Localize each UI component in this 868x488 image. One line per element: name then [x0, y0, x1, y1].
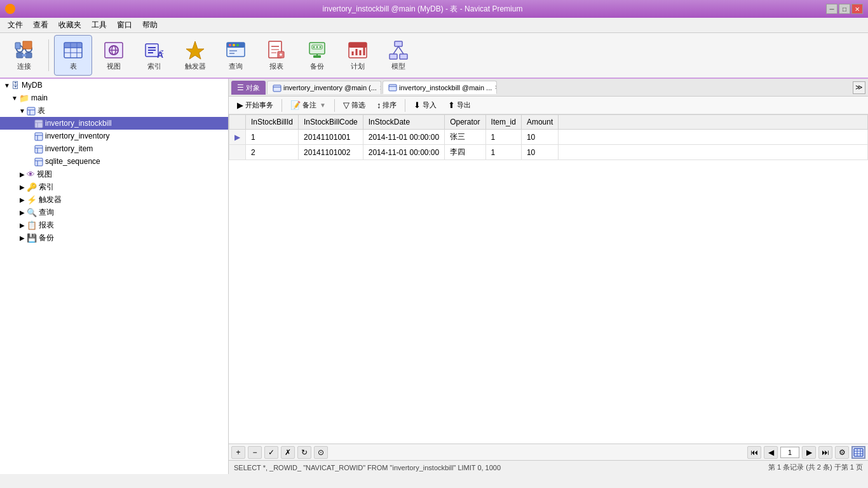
cell-id-2[interactable]: 2 — [246, 145, 299, 160]
sidebar-item-view-group[interactable]: ▶ 👁 视图 — [0, 168, 228, 180]
menu-favorites[interactable]: 收藏夹 — [53, 18, 86, 32]
sidebar-item-label: invertory_item — [45, 144, 93, 153]
notes-button[interactable]: 📝 备注 ▼ — [286, 98, 330, 112]
sidebar-item-instockbill[interactable]: invertory_instockbill — [0, 117, 228, 130]
maximize-button[interactable]: □ — [839, 4, 850, 14]
cell-amount-1[interactable]: 10 — [521, 130, 558, 145]
sidebar-sqlite-label: sqlite_sequence — [45, 157, 100, 166]
table-button[interactable]: 表 — [54, 35, 92, 76]
sidebar-item-mydb[interactable]: ▼ 🗄 MyDB — [0, 79, 228, 92]
svg-rect-76 — [854, 449, 863, 456]
sidebar-backup-label: 备份 — [39, 233, 54, 243]
cell-empty-2 — [559, 145, 868, 160]
tab-close-inventory[interactable]: ✕ — [379, 85, 381, 92]
cell-operator-1[interactable]: 张三 — [445, 130, 485, 145]
page-number-input[interactable] — [780, 447, 799, 458]
menu-tools[interactable]: 工具 — [86, 18, 112, 32]
sort-button[interactable]: ↕ 排序 — [372, 98, 402, 112]
next-page-button[interactable]: ▶ — [802, 446, 816, 459]
minimize-button[interactable]: ─ — [826, 4, 837, 14]
col-header-instockbillid[interactable]: InStockBillId — [246, 115, 299, 130]
plan-button[interactable]: 计划 — [339, 35, 377, 76]
expand-arrow: ▶ — [18, 196, 27, 203]
settings-button[interactable]: ⚙ — [835, 446, 849, 459]
cell-itemid-1[interactable]: 1 — [485, 130, 521, 145]
model-button[interactable]: 模型 — [379, 35, 417, 76]
menu-help[interactable]: 帮助 — [137, 18, 163, 32]
view-button[interactable]: 视图 — [95, 35, 133, 76]
tab-inventory[interactable]: invertory_inventory @main (... ✕ — [267, 81, 381, 93]
sidebar-mydb-label: MyDB — [22, 81, 43, 90]
close-button[interactable]: ✕ — [851, 4, 863, 14]
cancel-button[interactable]: ✗ — [281, 446, 295, 459]
col-header-operator[interactable]: Operator — [445, 115, 485, 130]
cell-itemid-2[interactable]: 1 — [485, 145, 521, 160]
svg-line-56 — [398, 46, 403, 54]
index-icon: A Z — [144, 40, 165, 60]
sidebar-item-sqlite[interactable]: sqlite_sequence — [0, 155, 228, 168]
cell-code-2[interactable]: 20141101002 — [299, 145, 363, 160]
menu-view[interactable]: 查看 — [28, 18, 53, 32]
add-row-button[interactable]: + — [231, 446, 245, 459]
menu-window[interactable]: 窗口 — [112, 18, 137, 32]
cell-date-2[interactable]: 2014-11-01 00:00:00 — [363, 145, 444, 160]
export-button[interactable]: ⬆ 导出 — [444, 98, 475, 112]
sidebar-item-report-group[interactable]: ▶ 📋 报表 — [0, 219, 228, 231]
svg-rect-13 — [64, 43, 82, 48]
col-header-amount[interactable]: Amount — [521, 115, 558, 130]
svg-rect-72 — [273, 85, 281, 92]
query-group-icon: 🔍 — [27, 208, 37, 217]
sort-label: 排序 — [383, 100, 397, 110]
last-page-button[interactable]: ⏭ — [818, 446, 832, 459]
plan-label: 计划 — [351, 62, 365, 71]
filter-button[interactable]: ▽ 筛选 — [339, 98, 370, 112]
tab-objects[interactable]: ☰ 对象 — [231, 81, 266, 95]
col-header-instockbillcode[interactable]: InStockBillCode — [299, 115, 363, 130]
sidebar-item-inventory[interactable]: invertory_inventory — [0, 130, 228, 142]
import-button[interactable]: ⬇ 导入 — [409, 98, 441, 112]
menu-file[interactable]: 文件 — [3, 18, 28, 32]
tab-close-instockbill[interactable]: ✕ — [494, 84, 497, 91]
notes-dropdown-arrow[interactable]: ▼ — [320, 102, 326, 109]
sync-button[interactable]: ⊙ — [314, 446, 328, 459]
refresh-button[interactable]: ↻ — [297, 446, 311, 459]
cell-amount-2[interactable]: 10 — [521, 145, 558, 160]
tab-instockbill[interactable]: invertory_instockbill @main ... ✕ — [383, 81, 497, 94]
expand-arrow: ▶ — [18, 234, 27, 241]
col-header-itemid[interactable]: Item_id — [485, 115, 521, 130]
prev-page-button[interactable]: ◀ — [764, 446, 778, 459]
query-button[interactable]: 查询 — [217, 35, 255, 76]
connect-button[interactable]: 连接 — [5, 35, 43, 76]
sidebar-item-item[interactable]: invertory_item — [0, 142, 228, 155]
toolbar-sep-1 — [281, 99, 282, 112]
svg-point-27 — [229, 44, 231, 46]
report-button[interactable]: 报表 — [257, 35, 295, 76]
cell-date-1[interactable]: 2014-11-01 00:00:00 — [363, 130, 444, 145]
svg-point-29 — [236, 44, 239, 46]
col-header-instockdate[interactable]: InStockDate — [363, 115, 444, 130]
sidebar-item-index-group[interactable]: ▶ 🔑 索引 — [0, 180, 228, 193]
sidebar-item-main[interactable]: ▼ 📁 main — [0, 92, 228, 104]
backup-button[interactable]: 备份 — [298, 35, 336, 76]
toolbar-separator-1 — [48, 39, 49, 71]
view-group-icon: 👁 — [27, 170, 35, 179]
sidebar-item-table-group[interactable]: ▼ 表 — [0, 104, 228, 117]
sidebar-item-trigger-group[interactable]: ▶ ⚡ 触发器 — [0, 193, 228, 206]
cell-operator-2[interactable]: 李四 — [445, 145, 485, 160]
first-page-button[interactable]: ⏮ — [747, 446, 761, 459]
db-icon: 🗄 — [11, 81, 20, 90]
sidebar-query-label: 查询 — [39, 207, 54, 218]
cell-empty-1 — [559, 130, 868, 145]
delete-row-button[interactable]: − — [248, 446, 262, 459]
tab-options-button[interactable]: ≫ — [853, 81, 865, 94]
confirm-button[interactable]: ✓ — [264, 446, 278, 459]
begin-transaction-button[interactable]: ▶ 开始事务 — [233, 98, 278, 112]
sidebar-item-backup-group[interactable]: ▶ 💾 备份 — [0, 231, 228, 244]
trigger-button[interactable]: 触发器 — [176, 35, 214, 76]
expand-arrow: ▼ — [3, 82, 11, 89]
index-button[interactable]: A Z 索引 — [135, 35, 173, 76]
sidebar-item-query-group[interactable]: ▶ 🔍 查询 — [0, 206, 228, 219]
cell-id-1[interactable]: 1 — [246, 130, 299, 145]
cell-code-1[interactable]: 20141101001 — [299, 130, 363, 145]
grid-view-button[interactable] — [851, 446, 865, 459]
